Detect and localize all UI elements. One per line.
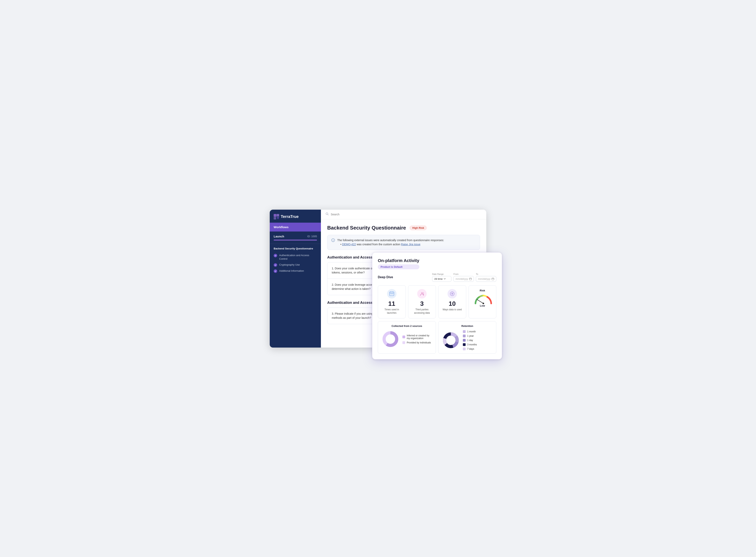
legend-item-inferred: Inferred or created by my organization — [402, 334, 432, 340]
svg-rect-1 — [277, 214, 279, 216]
sidebar-questionnaire-section: Backend Security Questionnaire Authentic… — [270, 244, 321, 277]
chart-card-retention: Retention — [438, 321, 496, 354]
svg-point-13 — [423, 292, 424, 293]
deep-dive-row: Deep Dive Date Range All time From mm/dd… — [378, 273, 496, 282]
legend-item-1month: 1 month — [463, 330, 477, 333]
stat-label-launches: Times used in launches — [381, 308, 403, 315]
svg-rect-10 — [391, 294, 392, 294]
legend-dot-1day — [463, 339, 466, 342]
sidebar-nav-workflows[interactable]: Workflows — [270, 223, 321, 232]
svg-point-5 — [333, 239, 333, 240]
risk-label-bottom: Low — [480, 304, 485, 307]
from-date-input[interactable]: mm/dd/yyy — [453, 276, 474, 282]
stat-number-launches: 11 — [388, 300, 395, 307]
chart-content-sources: Inferred or created by my organization P… — [382, 330, 432, 348]
data-icon — [450, 291, 455, 296]
stat-card-third-parties: 3 Third parties accessing data — [408, 285, 436, 318]
sidebar-launch-title: Launch — [274, 235, 284, 238]
svg-rect-6 — [469, 278, 472, 280]
stat-label-third-parties: Third parties accessing data — [411, 308, 433, 315]
activity-title-wrap: On-platform Activity Product is Default — [378, 258, 419, 269]
stat-label-data-ways: Ways data is used — [443, 308, 462, 311]
stats-grid: 11 Times used in launches 3 Third partie… — [378, 285, 496, 318]
legend-item-1year: 1 year — [463, 334, 477, 337]
gauge-wrap — [473, 294, 491, 303]
search-input[interactable] — [331, 213, 390, 216]
to-label: To — [476, 273, 496, 275]
stat-number-data-ways: 10 — [449, 300, 456, 307]
sidebar: TerraTrue Workflows Launch ID: 1005 Back… — [270, 210, 321, 348]
legend-sources: Inferred or created by my organization P… — [402, 334, 432, 344]
sidebar-launch-header: Launch ID: 1005 — [274, 235, 317, 238]
from-date-group: From mm/dd/yyy — [453, 273, 474, 282]
check-icon-additional — [274, 269, 277, 273]
bottom-charts-grid: Collected from 2 sources Infer — [378, 321, 496, 354]
check-icon-crypto — [274, 263, 277, 267]
info-text: The following external issues were autom… — [337, 238, 444, 246]
chart-content-retention: 1 month 1 year 1 day 3 months — [442, 330, 493, 350]
stat-number-third-parties: 3 — [420, 300, 424, 307]
svg-rect-7 — [492, 278, 494, 280]
launch-progress-bar — [274, 240, 317, 241]
sidebar-item-label-additional: Additional Information — [279, 269, 304, 273]
sidebar-item-additional[interactable]: Additional Information — [274, 268, 317, 274]
chart-title-retention: Retention — [442, 324, 493, 327]
svg-rect-2 — [274, 217, 276, 219]
search-icon — [326, 212, 329, 216]
app-container: TerraTrue Workflows Launch ID: 1005 Back… — [270, 210, 486, 348]
sidebar-item-label-auth: Authentication and Access Control — [279, 254, 317, 261]
calendar-icon-wrap — [387, 289, 397, 298]
stat-card-launches: 11 Times used in launches — [378, 285, 406, 318]
date-range-select[interactable]: All time — [432, 276, 452, 282]
info-banner: The following external issues were autom… — [327, 235, 480, 250]
svg-rect-0 — [274, 214, 276, 217]
chart-card-sources: Collected from 2 sources Infer — [378, 321, 436, 354]
raise-jira-link[interactable]: Raise Jira issue — [401, 243, 420, 246]
legend-retention: 1 month 1 year 1 day 3 months — [463, 330, 477, 350]
date-range-group: Date Range All time — [432, 273, 452, 282]
stat-card-data-ways: 10 Ways data is used — [438, 285, 466, 318]
sidebar-launch-section: Launch ID: 1005 — [270, 232, 321, 244]
legend-dot-provided — [402, 341, 405, 344]
activity-badge: Product is Default — [378, 264, 419, 269]
from-label: From — [453, 273, 474, 275]
risk-gauge-card: Risk Low — [469, 285, 497, 318]
to-date-group: To mm/dd/yyy — [476, 273, 496, 282]
activity-title: On-platform Activity — [378, 258, 419, 263]
deep-dive-label: Deep Dive — [378, 275, 393, 279]
date-range-label: Date Range — [432, 273, 452, 275]
page-header: Backend Security Questionnaire High Risk — [327, 225, 480, 231]
svg-point-15 — [452, 293, 453, 294]
date-controls: Date Range All time From mm/dd/yyy To — [432, 273, 496, 282]
legend-item-7days: 7 days — [463, 348, 477, 350]
check-icon-auth — [274, 254, 277, 257]
legend-dot-3months — [463, 343, 466, 346]
sidebar-item-label-crypto: Cryptography Use — [279, 263, 300, 267]
legend-item-3months: 3 months — [463, 343, 477, 346]
sidebar-item-crypto[interactable]: Cryptography Use — [274, 262, 317, 268]
demo-link[interactable]: DEMO-422 — [342, 243, 356, 246]
svg-point-12 — [421, 292, 423, 294]
launch-progress-fill — [274, 240, 317, 241]
page-title: Backend Security Questionnaire — [327, 225, 406, 231]
legend-item-1day: 1 day — [463, 339, 477, 342]
logo-text: TerraTrue — [281, 214, 298, 219]
svg-line-18 — [477, 299, 483, 303]
sidebar-launch-id: ID: 1005 — [307, 235, 317, 238]
chart-title-sources: Collected from 2 sources — [382, 324, 432, 327]
to-date-input[interactable]: mm/dd/yyy — [476, 276, 496, 282]
svg-rect-11 — [392, 294, 393, 294]
svg-rect-9 — [390, 294, 391, 294]
sidebar-item-auth[interactable]: Authentication and Access Control — [274, 253, 317, 262]
info-icon — [332, 238, 335, 243]
risk-label-top: Risk — [480, 289, 485, 292]
terratrue-logo-icon — [274, 214, 279, 219]
legend-dot-1month — [463, 330, 466, 333]
legend-dot-7days — [463, 348, 466, 350]
legend-dot-inferred — [402, 335, 405, 338]
activity-header-row: On-platform Activity Product is Default — [378, 258, 496, 269]
donut-sources — [382, 330, 399, 348]
activity-overlay: On-platform Activity Product is Default … — [372, 253, 502, 359]
risk-badge: High Risk — [410, 226, 427, 230]
data-icon-wrap — [447, 289, 457, 298]
